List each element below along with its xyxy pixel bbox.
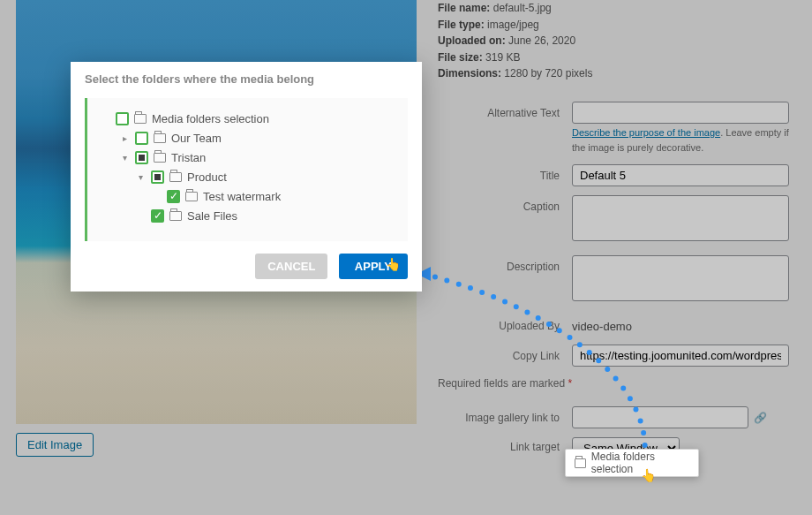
folder-tree: Media folders selection▸Our Team▾Tristan…	[85, 98, 408, 241]
meta-filesize-label: File size:	[438, 51, 483, 64]
folder-tree-node[interactable]: Test watermark	[100, 186, 399, 206]
folder-tree-node[interactable]: ▾Tristan	[100, 148, 399, 167]
link-icon[interactable]: 🔗	[754, 412, 767, 424]
tree-checkbox[interactable]	[135, 132, 148, 145]
alt-text-input[interactable]	[572, 102, 789, 124]
meta-filename-label: File name:	[438, 2, 490, 14]
tree-node-label: Media folders selection	[152, 112, 269, 125]
cancel-button[interactable]: CANCEL	[255, 254, 327, 279]
attachment-meta: File name: default-5.jpg File type: imag…	[438, 0, 805, 82]
alt-text-help-link[interactable]: Describe the purpose of the image	[572, 127, 720, 138]
folder-icon	[185, 192, 198, 201]
folder-icon	[134, 114, 147, 124]
title-input[interactable]	[572, 164, 789, 186]
meta-filename-value: default-5.jpg	[493, 2, 552, 14]
tree-checkbox[interactable]	[167, 190, 180, 203]
meta-uploaded-label: Uploaded on:	[438, 34, 506, 47]
caption-input[interactable]	[572, 195, 789, 241]
tree-checkbox[interactable]	[151, 209, 164, 223]
alt-text-label: Alternative Text	[438, 102, 572, 122]
tree-node-label: Tristan	[171, 151, 206, 164]
tree-toggle-icon[interactable]: ▾	[135, 172, 146, 182]
meta-dimensions-value: 1280 by 720 pixels	[504, 67, 592, 80]
folder-icon	[154, 133, 166, 143]
annotation-arrow	[417, 265, 690, 477]
tree-checkbox[interactable]	[135, 151, 148, 164]
tree-toggle-icon[interactable]: ▾	[119, 153, 130, 163]
folder-tree-node[interactable]: Sale Files	[100, 206, 399, 225]
tree-node-label: Test watermark	[203, 190, 281, 203]
tree-checkbox[interactable]	[151, 170, 164, 184]
edit-image-button[interactable]: Edit Image	[16, 433, 94, 457]
media-folders-selection-button[interactable]: Media folders selection	[565, 449, 699, 477]
folder-selection-modal: Select the folders where the media belon…	[71, 62, 422, 292]
tree-node-label: Sale Files	[187, 209, 237, 223]
tree-node-label: Product	[187, 170, 227, 184]
alt-text-help: Describe the purpose of the image. Leave…	[572, 125, 801, 155]
folder-tree-node[interactable]: Media folders selection	[100, 109, 399, 128]
folder-tree-node[interactable]: ▸Our Team	[100, 128, 399, 148]
meta-filetype-label: File type:	[438, 19, 485, 31]
apply-button[interactable]: APPLY	[339, 254, 408, 279]
caption-label: Caption	[438, 195, 572, 216]
folder-icon	[575, 458, 586, 468]
folder-icon	[154, 153, 166, 163]
title-label: Title	[438, 164, 572, 185]
meta-dimensions-label: Dimensions:	[438, 67, 501, 80]
folder-icon	[169, 211, 182, 221]
tree-toggle-icon[interactable]: ▸	[119, 133, 130, 143]
tree-checkbox[interactable]	[116, 112, 129, 125]
media-folders-btn-label: Media folders selection	[591, 451, 689, 475]
folder-icon	[169, 172, 182, 182]
tree-node-label: Our Team	[171, 132, 222, 145]
modal-title: Select the folders where the media belon…	[85, 72, 408, 86]
folder-tree-node[interactable]: ▾Product	[100, 167, 399, 186]
meta-uploaded-value: June 26, 2020	[508, 34, 575, 47]
meta-filetype-value: image/jpeg	[487, 19, 539, 31]
meta-filesize-value: 319 KB	[485, 51, 520, 64]
